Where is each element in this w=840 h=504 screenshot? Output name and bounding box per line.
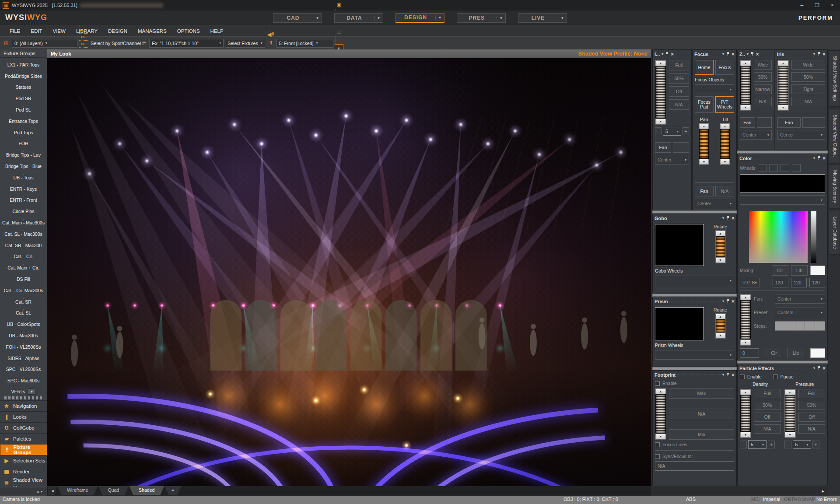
shaded-view-profile-label[interactable]: Shaded View Profile: None [578, 51, 648, 57]
intensity-preset-button[interactable]: 50% [669, 73, 689, 84]
fader-up-button[interactable]: ▲ [740, 389, 751, 395]
fader-down-button[interactable]: ▼ [740, 432, 751, 438]
fader-down-button[interactable]: ▼ [740, 105, 751, 110]
chevron-down-icon[interactable]: ▾ [722, 216, 724, 220]
color-wheel-slot[interactable] [769, 164, 778, 172]
splitter[interactable] [652, 294, 737, 297]
fader-track[interactable] [741, 396, 750, 431]
fixture-group-item[interactable]: Bridge Tips - Lav [1, 150, 46, 158]
fader-up-button[interactable]: ▲ [740, 294, 751, 300]
fixture-group-item[interactable]: Cat. Main - Mac300s [1, 217, 46, 226]
fixture-group-item[interactable]: Cat. SR [1, 297, 46, 305]
zoom-preset-button[interactable]: Narrow [754, 84, 772, 94]
pressure-preset-button[interactable]: N/A [798, 424, 826, 434]
select-area-icon[interactable]: ◿ [335, 27, 343, 35]
pressure-preset-button[interactable]: Off [798, 413, 826, 422]
chevron-down-icon[interactable]: ▼ [28, 388, 35, 395]
fixture-group-item[interactable]: UB - Tops [1, 172, 46, 181]
fixture-group-item[interactable]: SPC - Mac600s [1, 375, 46, 384]
splitter[interactable] [652, 367, 737, 370]
mode-pres[interactable]: PRES ▾ [457, 13, 506, 23]
fixture-group-item[interactable]: UB - ColorSpots [1, 319, 46, 328]
close-icon[interactable]: × [822, 156, 826, 161]
fader-up-button[interactable]: ▲ [740, 60, 751, 66]
wheel-down-button[interactable]: ▼ [699, 159, 709, 164]
nav-selection-sets[interactable]: ▶ Selection Sets [0, 455, 47, 466]
nav-render[interactable]: ▦ Render [0, 466, 47, 477]
wheel-track[interactable] [700, 130, 708, 158]
tab-quad[interactable]: Quad [98, 486, 129, 495]
intensity-preset-button[interactable]: Full [669, 60, 689, 70]
fan-button[interactable]: Fan [655, 142, 671, 153]
fixture-group-verts[interactable]: VERTs ▼ [0, 388, 47, 396]
color-wheel-slot[interactable] [792, 164, 801, 172]
fan-mode-dropdown[interactable]: Center▾ [740, 130, 772, 140]
iris-fader[interactable]: ▲ ▼ [777, 60, 789, 111]
wheel-track[interactable] [721, 130, 729, 158]
density-fader[interactable]: ▲ ▼ [740, 389, 751, 438]
chevron-down-icon[interactable]: ▾ [558, 16, 567, 20]
units-label[interactable]: Imperial [763, 497, 780, 502]
color-value-input[interactable]: 120 [791, 278, 807, 287]
color-value-input[interactable]: 120 [809, 278, 825, 287]
expand-arrow-icon[interactable]: ▸ [822, 488, 824, 494]
fixture-group-item[interactable]: Pod SL [1, 105, 46, 113]
fixture-group-item[interactable]: SPC - VL2500Ss [1, 364, 46, 373]
wheel-down-button[interactable]: ▼ [720, 159, 730, 164]
menu-item[interactable]: HELP [205, 28, 229, 34]
intensity-preset-button[interactable]: N/A [669, 99, 689, 110]
pin-icon[interactable] [817, 52, 821, 56]
footprint-max-button[interactable]: Max [669, 388, 734, 399]
side-tab[interactable]: Shaded View Settings [828, 50, 840, 107]
zoom-preset-button[interactable]: Wide [754, 60, 772, 70]
select-cl-button[interactable]: CL [79, 34, 88, 41]
fader-up-button[interactable]: ▲ [785, 389, 795, 395]
layer-select-dropdown[interactable]: 0: (All Layers)▾ [12, 39, 77, 48]
chevron-down-icon[interactable]: ▾ [813, 52, 815, 56]
select-all-button[interactable]: ALL [79, 27, 88, 34]
fixture-group-item[interactable]: FOH - VL2500Ss [1, 342, 46, 350]
color-swatch[interactable] [810, 266, 825, 275]
nav-palettes[interactable]: ▰ Palettes [0, 433, 47, 444]
density-preset-button[interactable]: N/A [754, 424, 781, 434]
maximize-button[interactable]: ❐ [815, 2, 819, 8]
step-minus-button[interactable]: - [655, 127, 662, 135]
nav-navigation[interactable]: ★ Navigation [0, 400, 47, 411]
fader-up-button[interactable]: ▲ [655, 60, 666, 66]
tilt-wheel[interactable]: ▲ ▼ [720, 123, 730, 165]
step-plus-button[interactable]: + [682, 127, 689, 135]
color-swatch[interactable] [810, 348, 825, 358]
menu-item[interactable]: EDIT [25, 28, 47, 34]
close-icon[interactable]: × [756, 52, 759, 56]
zoom-preset-button[interactable]: N/A [754, 97, 772, 106]
fixture-group-item[interactable]: Pod&Bridge Sides [1, 71, 46, 80]
wheel-track[interactable] [716, 320, 725, 332]
chevron-down-icon[interactable]: ▾ [747, 52, 749, 56]
fixture-group-item[interactable]: LX1 - PAR Tops [1, 61, 46, 68]
prism-preview[interactable] [655, 307, 704, 340]
wheel-up-button[interactable]: ▲ [716, 231, 725, 236]
separator[interactable] [335, 35, 336, 44]
iris-preset-button[interactable]: Tight [791, 84, 825, 94]
chevron-down-icon[interactable]: ▾ [435, 15, 444, 20]
fixture-group-item[interactable]: Cat. - Cir. Mac300s [1, 285, 46, 294]
nav-looks[interactable]: ∥ Looks [0, 411, 47, 422]
panel-grip[interactable] [4, 396, 42, 399]
snap-toggle[interactable]: SNAP [802, 497, 815, 502]
chevron-down-icon[interactable]: ▾ [662, 52, 663, 56]
wheel-track[interactable] [716, 237, 725, 257]
shaded-view-canvas[interactable] [47, 58, 651, 486]
close-icon[interactable]: × [732, 373, 735, 377]
fixture-group-item[interactable]: SIDES - Alphas [1, 353, 46, 362]
fan-value-button[interactable]: N/A [715, 186, 734, 196]
preset-dropdown[interactable]: Custom...▾ [775, 308, 825, 317]
menu-item[interactable]: DESIGN [103, 28, 133, 34]
fixture-group-item[interactable]: FOH [1, 138, 46, 147]
color-wheel-dropdown[interactable]: ▾ [740, 195, 825, 205]
minimize-button[interactable]: – [801, 2, 804, 8]
tab-scroll-left[interactable]: ◂ [48, 486, 57, 495]
close-icon[interactable]: × [822, 52, 826, 56]
wheel-down-button[interactable]: ▼ [716, 257, 725, 263]
step-minus-button[interactable]: - [784, 441, 791, 448]
splitter[interactable] [737, 150, 828, 154]
